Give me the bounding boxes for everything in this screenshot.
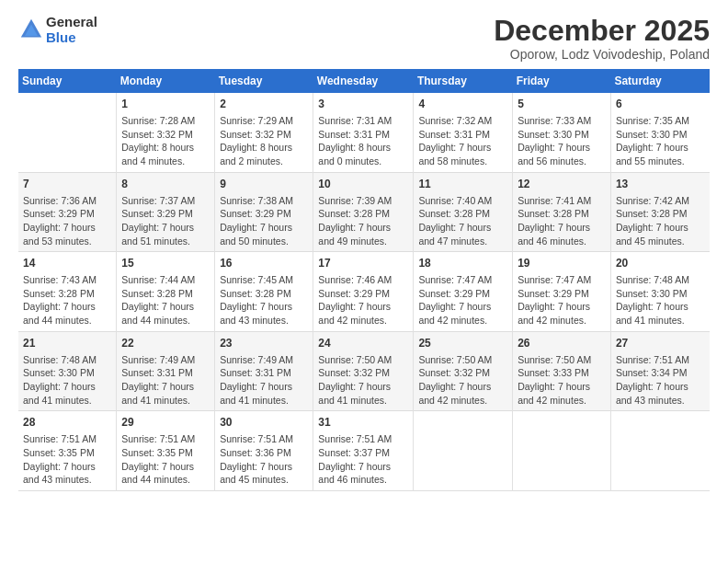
calendar-cell: 1Sunrise: 7:28 AMSunset: 3:32 PMDaylight…	[117, 93, 215, 172]
day-number: 2	[220, 97, 308, 112]
day-number: 16	[220, 256, 308, 271]
calendar-cell: 17Sunrise: 7:46 AMSunset: 3:29 PMDayligh…	[313, 252, 414, 332]
daylight-text: Daylight: 7 hours and 45 minutes.	[220, 460, 308, 487]
day-number: 30	[220, 415, 308, 431]
day-number: 24	[318, 336, 408, 351]
sunrise-text: Sunrise: 7:44 AM	[121, 273, 210, 287]
sunset-text: Sunset: 3:32 PM	[121, 128, 210, 142]
day-number: 31	[318, 415, 408, 431]
sunset-text: Sunset: 3:28 PM	[518, 207, 606, 221]
header-row: SundayMondayTuesdayWednesdayThursdayFrid…	[18, 69, 710, 93]
daylight-text: Daylight: 7 hours and 56 minutes.	[518, 141, 606, 167]
day-number: 6	[616, 97, 705, 112]
daylight-text: Daylight: 7 hours and 42 minutes.	[518, 300, 606, 327]
day-number: 15	[121, 256, 210, 271]
daylight-text: Daylight: 7 hours and 41 minutes.	[318, 380, 408, 407]
day-number: 9	[220, 177, 308, 192]
day-number: 10	[318, 177, 408, 192]
calendar-cell: 7Sunrise: 7:36 AMSunset: 3:29 PMDaylight…	[18, 172, 117, 252]
daylight-text: Daylight: 7 hours and 43 minutes.	[616, 380, 705, 407]
day-number: 13	[616, 177, 705, 192]
sunset-text: Sunset: 3:28 PM	[418, 207, 507, 221]
logo-general-text: General	[46, 15, 97, 30]
sunset-text: Sunset: 3:29 PM	[418, 287, 507, 301]
header-day: Friday	[513, 69, 611, 93]
sunrise-text: Sunrise: 7:32 AM	[418, 114, 507, 128]
sunset-text: Sunset: 3:34 PM	[616, 366, 705, 380]
day-number: 29	[121, 415, 210, 431]
sunset-text: Sunset: 3:29 PM	[518, 287, 606, 301]
sunset-text: Sunset: 3:32 PM	[318, 366, 408, 380]
daylight-text: Daylight: 7 hours and 45 minutes.	[616, 221, 705, 247]
calendar-cell: 31Sunrise: 7:51 AMSunset: 3:37 PMDayligh…	[313, 411, 414, 491]
month-title: December 2025	[494, 15, 710, 47]
day-number: 20	[616, 256, 705, 271]
day-number: 12	[518, 177, 606, 192]
sunrise-text: Sunrise: 7:45 AM	[220, 273, 308, 287]
daylight-text: Daylight: 8 hours and 2 minutes.	[220, 141, 308, 167]
sunset-text: Sunset: 3:32 PM	[418, 366, 507, 380]
daylight-text: Daylight: 7 hours and 51 minutes.	[121, 221, 210, 247]
day-number: 28	[23, 415, 111, 431]
sunrise-text: Sunrise: 7:50 AM	[518, 353, 606, 367]
sunset-text: Sunset: 3:33 PM	[518, 366, 606, 380]
daylight-text: Daylight: 8 hours and 0 minutes.	[318, 141, 408, 167]
calendar-cell: 3Sunrise: 7:31 AMSunset: 3:31 PMDaylight…	[313, 93, 414, 172]
logo: General Blue	[18, 15, 97, 45]
sunrise-text: Sunrise: 7:38 AM	[220, 194, 308, 208]
daylight-text: Daylight: 7 hours and 50 minutes.	[220, 221, 308, 247]
calendar-cell: 25Sunrise: 7:50 AMSunset: 3:32 PMDayligh…	[414, 331, 513, 411]
sunrise-text: Sunrise: 7:49 AM	[220, 353, 308, 367]
sunrise-text: Sunrise: 7:29 AM	[220, 114, 308, 128]
calendar-cell	[513, 411, 611, 491]
daylight-text: Daylight: 7 hours and 58 minutes.	[418, 141, 507, 167]
daylight-text: Daylight: 7 hours and 53 minutes.	[23, 221, 111, 247]
sunrise-text: Sunrise: 7:51 AM	[616, 353, 705, 367]
day-number: 26	[518, 336, 606, 351]
sunrise-text: Sunrise: 7:39 AM	[318, 194, 408, 208]
daylight-text: Daylight: 7 hours and 41 minutes.	[121, 380, 210, 407]
sunrise-text: Sunrise: 7:40 AM	[418, 194, 507, 208]
calendar-cell: 27Sunrise: 7:51 AMSunset: 3:34 PMDayligh…	[610, 331, 710, 411]
daylight-text: Daylight: 7 hours and 44 minutes.	[121, 300, 210, 327]
sunrise-text: Sunrise: 7:35 AM	[616, 114, 705, 128]
day-number: 21	[23, 336, 111, 351]
sunrise-text: Sunrise: 7:47 AM	[418, 273, 507, 287]
calendar-cell	[414, 411, 513, 491]
sunset-text: Sunset: 3:28 PM	[220, 287, 308, 301]
day-number: 8	[121, 177, 210, 192]
sunrise-text: Sunrise: 7:37 AM	[121, 194, 210, 208]
calendar-cell: 6Sunrise: 7:35 AMSunset: 3:30 PMDaylight…	[610, 93, 710, 172]
daylight-text: Daylight: 7 hours and 42 minutes.	[418, 380, 507, 407]
logo-icon	[18, 17, 44, 42]
calendar-cell: 21Sunrise: 7:48 AMSunset: 3:30 PMDayligh…	[18, 331, 117, 411]
day-number: 18	[418, 256, 507, 271]
logo-blue-text: Blue	[46, 30, 97, 46]
sunrise-text: Sunrise: 7:51 AM	[318, 432, 408, 446]
calendar-cell: 16Sunrise: 7:45 AMSunset: 3:28 PMDayligh…	[215, 252, 313, 332]
calendar-cell: 13Sunrise: 7:42 AMSunset: 3:28 PMDayligh…	[610, 172, 710, 252]
calendar-cell: 5Sunrise: 7:33 AMSunset: 3:30 PMDaylight…	[513, 93, 611, 172]
daylight-text: Daylight: 7 hours and 41 minutes.	[616, 300, 705, 327]
calendar-week-row: 14Sunrise: 7:43 AMSunset: 3:28 PMDayligh…	[18, 252, 710, 332]
sunset-text: Sunset: 3:30 PM	[616, 287, 705, 301]
daylight-text: Daylight: 7 hours and 44 minutes.	[23, 300, 111, 327]
header-day: Wednesday	[313, 69, 414, 93]
sunset-text: Sunset: 3:29 PM	[318, 287, 408, 301]
sunrise-text: Sunrise: 7:51 AM	[220, 432, 308, 446]
daylight-text: Daylight: 7 hours and 43 minutes.	[23, 460, 111, 487]
sunset-text: Sunset: 3:31 PM	[220, 366, 308, 380]
daylight-text: Daylight: 8 hours and 4 minutes.	[121, 141, 210, 167]
header-day: Tuesday	[215, 69, 313, 93]
sunrise-text: Sunrise: 7:46 AM	[318, 273, 408, 287]
sunrise-text: Sunrise: 7:47 AM	[518, 273, 606, 287]
sunset-text: Sunset: 3:30 PM	[23, 366, 111, 380]
sunrise-text: Sunrise: 7:43 AM	[23, 273, 111, 287]
daylight-text: Daylight: 7 hours and 42 minutes.	[518, 380, 606, 407]
day-number: 14	[23, 256, 111, 271]
calendar-cell: 18Sunrise: 7:47 AMSunset: 3:29 PMDayligh…	[414, 252, 513, 332]
calendar-cell: 2Sunrise: 7:29 AMSunset: 3:32 PMDaylight…	[215, 93, 313, 172]
calendar-cell: 20Sunrise: 7:48 AMSunset: 3:30 PMDayligh…	[610, 252, 710, 332]
daylight-text: Daylight: 7 hours and 41 minutes.	[220, 380, 308, 407]
sunset-text: Sunset: 3:28 PM	[121, 287, 210, 301]
